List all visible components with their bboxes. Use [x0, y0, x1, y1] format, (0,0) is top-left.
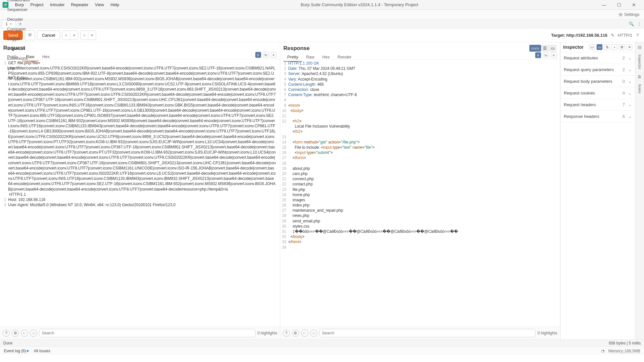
all-issues-link[interactable]: All issues [34, 349, 50, 353]
request-editor[interactable]: 1GET /file.php?file=php://filter/convert… [0, 59, 280, 327]
search-icon[interactable]: 🔍 [629, 21, 634, 26]
rail-inspector[interactable]: Inspector [638, 53, 642, 71]
gear-icon [618, 12, 623, 17]
titlebar: ⚡ BurpProjectIntruderRepeaterViewHelp Bu… [0, 0, 644, 10]
menu-repeater[interactable]: Repeater [68, 2, 92, 7]
menu-help[interactable]: Help [107, 2, 122, 7]
settings-button[interactable]: Settings [614, 12, 644, 17]
workspace: Request PrettyRawHex ≡ \n ≡ 1GET /file.p… [0, 42, 644, 339]
history-back-group: < ▾ [62, 31, 78, 40]
inspector-row-count: 2 [623, 56, 625, 60]
tab-jwt-editor[interactable]: JWT Editor [3, 73, 35, 83]
response-editor[interactable]: 1HTTP/1.1 200 OK2Date: Thu, 07 Mar 2024 … [280, 60, 560, 327]
settings-icon[interactable]: ⚙ [292, 330, 299, 337]
chevron-down-icon: ⌄ [628, 102, 632, 107]
hamburger-icon[interactable]: ≡ [551, 52, 557, 58]
tab-collaborator[interactable]: Collaborator [3, 0, 35, 5]
chevron-down-icon: ⌄ [628, 67, 632, 72]
notification-dot-icon [27, 350, 29, 352]
layout-icon[interactable]: ▭ [589, 44, 595, 50]
edit-target-icon[interactable]: ✎ [609, 32, 616, 39]
layout-vertical-icon[interactable]: ☰ [541, 45, 549, 52]
response-title: Response [284, 45, 310, 52]
tab-learn[interactable]: Learn [3, 63, 35, 73]
maximize-button[interactable]: ☐ [612, 2, 626, 7]
inspector-row-count: 6 [623, 114, 625, 119]
tab-organizer[interactable]: Organizer [3, 44, 35, 54]
expand-icon[interactable]: ⇅ [604, 44, 610, 50]
layout-icon-active[interactable]: ▭ [597, 44, 602, 50]
next-match-icon[interactable]: → [30, 330, 37, 337]
close-button[interactable]: ✕ [626, 2, 641, 7]
inspector-row[interactable]: Request query parameters 2 ⌄ [561, 64, 635, 76]
right-rail: ⊟ Inspector 🗎 Notes [635, 42, 644, 339]
response-highlights: 0 highlights [537, 331, 557, 335]
watermark: CSDN @网安小丑 [609, 349, 641, 355]
request-search-bar: ? ⚙ ← → 0 highlights [0, 327, 280, 339]
repeater-subtabs: 1 × + 🔍 ⋮ [0, 19, 644, 29]
layout-horizontal-icon[interactable]: ▭▭ [529, 45, 541, 52]
next-match-icon[interactable]: → [310, 330, 317, 337]
window-title: Burp Suite Community Edition v2024.1.1.4… [122, 2, 597, 7]
tab-logger[interactable]: Logger [3, 34, 35, 44]
inspector-row-count: 2 [623, 67, 625, 72]
menu-view[interactable]: View [92, 2, 107, 7]
prev-match-icon[interactable]: ← [21, 330, 28, 337]
chevron-down-icon: ⌄ [628, 114, 632, 119]
inspector-row-count: 0 [623, 79, 625, 84]
event-log-link[interactable]: Event log (8) [4, 349, 29, 353]
svg-point-0 [620, 14, 621, 15]
cancel-button[interactable]: Cancel [37, 31, 60, 40]
chevron-down-icon: ⌄ [628, 79, 632, 84]
tab-comparer[interactable]: Comparer [3, 24, 35, 34]
footer-bar: Event log (8) All issues ◔ Memory: 106.3… [0, 346, 644, 355]
disk-icon: ◔ [601, 349, 604, 353]
notes-icon[interactable]: 🗎 [637, 74, 643, 80]
toggle-view-icon[interactable]: ≡ [535, 52, 541, 58]
inspector-row[interactable]: Response headers 6 ⌄ [561, 111, 635, 122]
history-forward-button[interactable]: > [81, 31, 89, 40]
response-search-input[interactable] [319, 329, 536, 337]
response-view-tabs: PrettyRawHexRender ≡ \n ≡ [280, 52, 560, 60]
layout-toggles[interactable]: ▭▭ ☰ ▭ [529, 45, 557, 52]
tab-decoder[interactable]: Decoder [3, 15, 35, 24]
request-search-input[interactable] [39, 329, 256, 337]
settings-icon[interactable]: ⚙ [12, 330, 19, 337]
prev-match-icon[interactable]: ← [301, 330, 308, 337]
inspector-panel: Inspector ▭ ▭ ⇅ ÷ ⚙ ✕ Request attributes… [560, 42, 635, 339]
minimize-button[interactable]: — [597, 2, 612, 7]
help-icon[interactable]: ? [634, 32, 641, 39]
more-icon[interactable]: ⋮ [637, 21, 641, 26]
inspector-row[interactable]: Request headers 7 ⌄ [561, 99, 635, 111]
history-forward-menu[interactable]: ▾ [88, 31, 96, 40]
collapse-icon[interactable]: ⊟ [637, 44, 643, 50]
tab-sequencer[interactable]: Sequencer [3, 5, 35, 15]
chevron-down-icon: ⌄ [628, 91, 632, 95]
inspector-row-label: Response headers [564, 114, 599, 119]
inspector-row[interactable]: Request cookies 0 ⌄ [561, 87, 635, 99]
response-search-bar: ? ⚙ ← → 0 highlights [280, 327, 560, 339]
inspector-row[interactable]: Request body parameters 0 ⌄ [561, 76, 635, 87]
toggle-view-icon[interactable]: ≡ [255, 52, 261, 58]
protocol-label: HTTP/1 [618, 33, 632, 38]
inspector-row[interactable]: Request attributes 2 ⌄ [561, 52, 635, 64]
layout-single-icon[interactable]: ▭ [549, 45, 557, 52]
newline-icon[interactable]: \n [263, 52, 269, 58]
divide-icon[interactable]: ÷ [612, 44, 617, 50]
history-back-button[interactable]: < [62, 31, 70, 40]
help-icon[interactable]: ? [283, 330, 290, 337]
help-icon[interactable]: ? [3, 330, 10, 337]
repeater-toolbar: Send Cancel < ▾ > ▾ Target: http://192.1… [0, 29, 644, 42]
menu-intruder[interactable]: Intruder [47, 2, 68, 7]
close-icon[interactable]: ✕ [626, 44, 632, 50]
history-back-menu[interactable]: ▾ [70, 31, 78, 40]
rail-notes[interactable]: Notes [638, 82, 642, 95]
gear-icon[interactable]: ⚙ [619, 44, 625, 50]
tab-extensions[interactable]: Extensions [3, 54, 35, 63]
request-panel: Request PrettyRawHex ≡ \n ≡ 1GET /file.p… [0, 42, 280, 339]
inspector-row-label: Request headers [564, 102, 596, 107]
inspector-row-label: Request attributes [564, 56, 598, 60]
status-bar: Done 656 bytes | 5 millis [0, 339, 644, 346]
hamburger-icon[interactable]: ≡ [271, 52, 277, 58]
newline-icon[interactable]: \n [543, 52, 549, 58]
